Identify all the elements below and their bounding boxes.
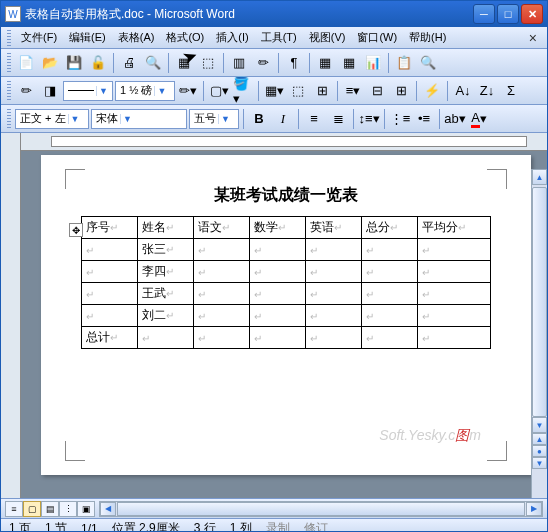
- menu-help[interactable]: 帮助(H): [403, 28, 452, 47]
- window-title: 表格自动套用格式.doc - Microsoft Word: [25, 6, 473, 23]
- outside-border-icon[interactable]: ▢▾: [208, 80, 230, 102]
- permissions-icon[interactable]: 🔓: [87, 52, 109, 74]
- table-row: 总计↵↵↵↵↵↵↵: [82, 327, 491, 349]
- font-color-icon[interactable]: A▾: [468, 108, 490, 130]
- normal-view-icon[interactable]: ≡: [5, 501, 23, 517]
- menu-format[interactable]: 格式(O): [160, 28, 210, 47]
- style-combo[interactable]: 正文 + 左▼: [15, 109, 89, 129]
- status-col: 1 列: [230, 520, 252, 532]
- split-cells-icon[interactable]: ⊞: [311, 80, 333, 102]
- status-line: 3 行: [194, 520, 216, 532]
- print-preview-icon[interactable]: 🔍: [142, 52, 164, 74]
- header-cell: 英语↵: [306, 217, 362, 239]
- toolbar-handle[interactable]: [7, 109, 11, 129]
- zoom-icon[interactable]: 🔍: [417, 52, 439, 74]
- show-formatting-icon[interactable]: ¶: [283, 52, 305, 74]
- prev-page-icon[interactable]: ▲: [532, 433, 547, 445]
- font-combo[interactable]: 宋体▼: [91, 109, 187, 129]
- header-cell: 总分↵: [362, 217, 418, 239]
- bullets-icon[interactable]: •≡: [413, 108, 435, 130]
- autosum-icon[interactable]: Σ: [500, 80, 522, 102]
- scroll-right-icon[interactable]: ▶: [526, 502, 542, 516]
- menu-file[interactable]: 文件(F): [15, 28, 63, 47]
- line-spacing-icon[interactable]: ↕≡▾: [358, 108, 380, 130]
- excel-icon[interactable]: ▦: [338, 52, 360, 74]
- browse-object-icon[interactable]: ●: [532, 445, 547, 457]
- merge-cells-icon[interactable]: ⬚: [287, 80, 309, 102]
- menu-tools[interactable]: 工具(T): [255, 28, 303, 47]
- new-doc-icon[interactable]: 📄: [15, 52, 37, 74]
- bold-button[interactable]: B: [248, 108, 270, 130]
- scroll-down-icon[interactable]: ▼: [532, 417, 547, 433]
- table-border-icon[interactable]: ▦: [173, 52, 195, 74]
- status-rec[interactable]: 录制: [266, 520, 290, 532]
- scroll-up-icon[interactable]: ▲: [532, 169, 547, 185]
- numbering-icon[interactable]: ⋮≡: [389, 108, 411, 130]
- toolbar-handle[interactable]: [7, 53, 11, 73]
- highlight-icon[interactable]: ab▾: [444, 108, 466, 130]
- save-icon[interactable]: 💾: [63, 52, 85, 74]
- align-justify-icon[interactable]: ≣: [327, 108, 349, 130]
- margin-corner: [65, 169, 85, 189]
- table-row: ↵李四↵↵↵↵↵↵: [82, 261, 491, 283]
- data-table[interactable]: 序号↵ 姓名↵ 语文↵ 数学↵ 英语↵ 总分↵ 平均分↵ ↵张三↵↵↵↵↵↵ ↵…: [81, 216, 491, 349]
- doc-map-icon[interactable]: 📋: [393, 52, 415, 74]
- print-layout-view-icon[interactable]: ▢: [23, 501, 41, 517]
- eraser-icon[interactable]: ◨: [39, 80, 61, 102]
- scroll-thumb[interactable]: [532, 187, 547, 417]
- eraser-icon[interactable]: ⬚: [197, 52, 219, 74]
- distribute-cols-icon[interactable]: ⊞: [390, 80, 412, 102]
- vertical-scrollbar[interactable]: ▲ ▼ ▲ ● ▼: [531, 169, 547, 498]
- scroll-left-icon[interactable]: ◀: [100, 502, 116, 516]
- status-rev[interactable]: 修订: [304, 520, 328, 532]
- draw-table-icon[interactable]: ✏: [15, 80, 37, 102]
- sort-desc-icon[interactable]: Z↓: [476, 80, 498, 102]
- font-size-combo[interactable]: 五号▼: [189, 109, 239, 129]
- menu-edit[interactable]: 编辑(E): [63, 28, 112, 47]
- open-icon[interactable]: 📂: [39, 52, 61, 74]
- italic-button[interactable]: I: [272, 108, 294, 130]
- menu-view[interactable]: 视图(V): [303, 28, 352, 47]
- vertical-ruler[interactable]: [1, 133, 21, 498]
- document-page[interactable]: ✥ 某班考试成绩一览表 序号↵ 姓名↵ 语文↵ 数学↵ 英语↵ 总分↵ 平均分↵…: [41, 155, 531, 475]
- scroll-thumb[interactable]: [117, 502, 525, 516]
- menu-insert[interactable]: 插入(I): [210, 28, 254, 47]
- sort-asc-icon[interactable]: A↓: [452, 80, 474, 102]
- columns-icon[interactable]: ▥: [228, 52, 250, 74]
- next-page-icon[interactable]: ▼: [532, 457, 547, 469]
- print-icon[interactable]: 🖨: [118, 52, 140, 74]
- minimize-button[interactable]: ─: [473, 4, 495, 24]
- align-icon[interactable]: ≡▾: [342, 80, 364, 102]
- margin-corner: [487, 169, 507, 189]
- table-row: ↵刘二↵↵↵↵↵↵: [82, 305, 491, 327]
- autoformat-icon[interactable]: ⚡: [421, 80, 443, 102]
- distribute-rows-icon[interactable]: ⊟: [366, 80, 388, 102]
- drawing-icon[interactable]: ✏: [252, 52, 274, 74]
- menu-table[interactable]: 表格(A): [112, 28, 161, 47]
- align-left-icon[interactable]: ≡: [303, 108, 325, 130]
- insert-table-icon[interactable]: ▦▾: [263, 80, 285, 102]
- horizontal-ruler[interactable]: [21, 133, 547, 151]
- close-button[interactable]: ✕: [521, 4, 543, 24]
- header-cell: 平均分↵: [418, 217, 491, 239]
- line-style-combo[interactable]: ▼: [63, 81, 113, 101]
- chart-icon[interactable]: 📊: [362, 52, 384, 74]
- reading-view-icon[interactable]: ▣: [77, 501, 95, 517]
- horizontal-scrollbar[interactable]: ◀ ▶: [99, 501, 543, 517]
- shading-color-icon[interactable]: 🪣▾: [232, 80, 254, 102]
- maximize-button[interactable]: □: [497, 4, 519, 24]
- outline-view-icon[interactable]: ⋮: [59, 501, 77, 517]
- window-close-doc[interactable]: ×: [525, 30, 541, 46]
- table-row: ↵王武↵↵↵↵↵↵: [82, 283, 491, 305]
- table-row: ↵张三↵↵↵↵↵↵: [82, 239, 491, 261]
- toolbar-handle[interactable]: [7, 81, 11, 101]
- menu-window[interactable]: 窗口(W): [351, 28, 403, 47]
- line-weight-combo[interactable]: 1 ½ 磅▼: [115, 81, 175, 101]
- insert-table-icon[interactable]: ▦: [314, 52, 336, 74]
- tables-borders-toolbar: ✏ ◨ ▼ 1 ½ 磅▼ ✏▾ ▢▾ 🪣▾ ▦▾ ⬚ ⊞ ≡▾ ⊟ ⊞ ⚡ A↓…: [1, 77, 547, 105]
- web-layout-view-icon[interactable]: ▤: [41, 501, 59, 517]
- document-title[interactable]: 某班考试成绩一览表: [81, 185, 491, 206]
- border-color-icon[interactable]: ✏▾: [177, 80, 199, 102]
- app-icon: W: [5, 6, 21, 22]
- menubar-handle[interactable]: [7, 30, 11, 46]
